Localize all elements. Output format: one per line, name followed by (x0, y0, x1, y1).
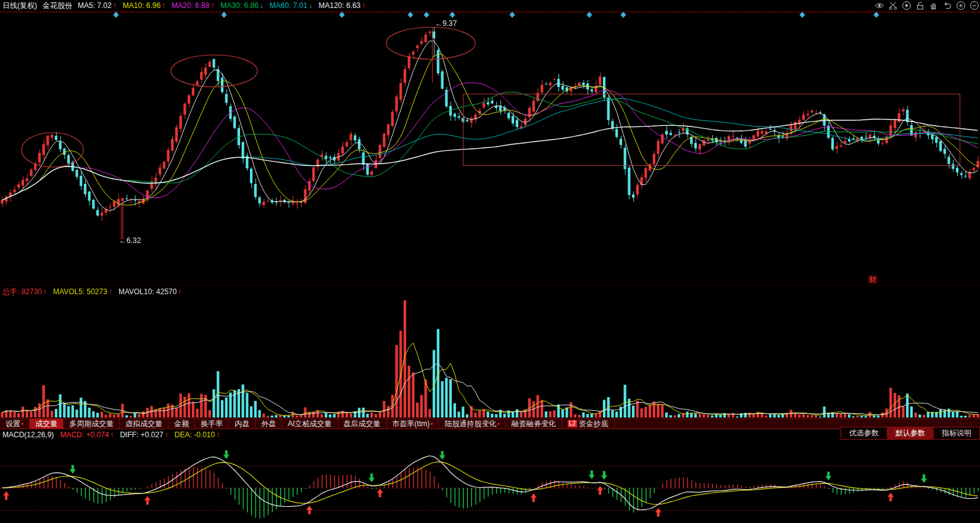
hand-icon[interactable] (929, 1, 939, 10)
vendor-watermark: 财 (868, 275, 878, 284)
macd-readout: MACD(12,26,9) (2, 430, 54, 439)
tab-multi-period-volume[interactable]: 多周期成交量 (64, 419, 120, 429)
ma-readout: MA10: 6.96↑ (123, 1, 165, 10)
tab-label: 陆股通持股变化 (444, 419, 496, 429)
zoom-out-icon[interactable] (970, 1, 979, 10)
params-button-group: 优选参数默认参数指标说明 (841, 427, 980, 440)
volume-pane[interactable] (0, 285, 980, 419)
chart-toolbar (874, 1, 980, 10)
tab-virtual-volume[interactable]: 虚拟成交量 (120, 419, 168, 429)
tab-margin-trading[interactable]: 融资融券变化 (506, 419, 562, 429)
ma-readout: MA120: 6.63↑ (318, 1, 365, 10)
trend-arrow-up-icon: ↑ (162, 1, 165, 10)
main-chart-pane[interactable] (0, 12, 980, 285)
preferred-params-button[interactable]: 优选参数 (841, 427, 887, 439)
tab-label: 虚拟成交量 (125, 419, 162, 429)
tab-fund-bottom-fishing[interactable]: L2资金抄底 (562, 419, 615, 429)
tab-label: 内盘 (235, 419, 249, 429)
trend-arrow-up-icon: ↑ (165, 430, 168, 439)
arrow-left-icon: ← (435, 19, 442, 28)
volume-readout-value: 50273 (87, 287, 107, 296)
ma-readout: MA5: 7.02↑ (78, 1, 117, 10)
top-bar: 日线(复权) 金花股份 MA5: 7.02↑MA10: 6.96↑MA20: 6… (0, 0, 980, 12)
tab-pe-ttm[interactable]: 市盈率(ttm)● (387, 419, 439, 429)
ma-readout-label: MA120: 6.63 (318, 1, 360, 10)
macd-readout-text: MACD: +0.074 (60, 430, 109, 439)
play-circle-icon[interactable] (902, 1, 911, 10)
macd-readout: DEA: -0.010↑ (175, 430, 220, 439)
undo-icon[interactable] (942, 1, 952, 10)
volume-readout-label: MAVOL10: (118, 287, 156, 296)
scissors-icon[interactable] (888, 1, 898, 10)
tab-label: 换手率 (201, 419, 223, 429)
macd-readout-text: MACD(12,26,9) (2, 430, 54, 439)
tab-label: 金额 (174, 419, 189, 429)
unlock-icon[interactable] (915, 1, 925, 10)
macd-readouts: MACD(12,26,9)MACD: +0.074↑DIFF: +0.027↑D… (0, 429, 980, 440)
default-params-button[interactable]: 默认参数 (887, 427, 933, 439)
notification-dot-icon: ● (497, 421, 499, 426)
tab-label: 外盘 (261, 419, 276, 429)
tab-label: 融资融券变化 (512, 419, 556, 429)
ma-readout: MA20: 6.88↑ (172, 1, 214, 10)
candlestick-canvas[interactable] (0, 12, 980, 285)
tab-ai-pillar-volume[interactable]: AI立桩成交量 (282, 419, 338, 429)
eye-icon[interactable] (874, 1, 884, 10)
ma-readout-label: MA5: 7.02 (78, 1, 112, 10)
volume-readout-label: MAVOL5: (53, 287, 86, 296)
ma-readout: MA30: 6.86↓ (220, 1, 263, 10)
tab-settings[interactable]: 设置● (0, 419, 30, 429)
tab-outer-volume[interactable]: 外盘 (255, 419, 282, 429)
tab-label: 市盈率(ttm) (392, 419, 430, 429)
tab-after-hours-volume[interactable]: 盘后成交量 (338, 419, 387, 429)
trend-arrow-up-icon: ↑ (113, 1, 117, 10)
volume-readout: MAVOL5: 50273↑ (53, 287, 112, 296)
macd-canvas[interactable] (0, 440, 980, 523)
stock-chart-app: 日线(复权) 金花股份 MA5: 7.02↑MA10: 6.96↑MA20: 6… (0, 0, 980, 523)
symbol-name[interactable]: 金花股份 (43, 1, 72, 11)
ma-readout-label: MA60: 7.01 (270, 1, 307, 10)
macd-pane[interactable] (0, 440, 980, 523)
tab-turnover-rate[interactable]: 换手率 (195, 419, 229, 429)
ma-readout-label: MA20: 6.88 (172, 1, 209, 10)
trough-price-label: ←6.32 (119, 236, 141, 245)
l2-badge: L2 (568, 420, 577, 427)
trend-arrow-up-icon: ↑ (109, 287, 112, 296)
arrow-left-icon: ← (119, 236, 127, 245)
tab-northbound-holdings[interactable]: 陆股通持股变化● (439, 419, 505, 429)
ma-readout-label: MA30: 6.86 (220, 1, 258, 10)
peak-price-label: ←9.37 (435, 19, 457, 28)
trend-arrow-up-icon: ↑ (210, 1, 214, 10)
tab-label: 设置 (6, 419, 20, 429)
tab-amount[interactable]: 金额 (168, 419, 195, 429)
volume-readout: 总手: 82730↑ (2, 287, 47, 297)
macd-readout-text: DIFF: +0.027 (120, 430, 163, 439)
trend-arrow-down-icon: ↓ (260, 1, 264, 10)
trend-arrow-up-icon: ↑ (43, 287, 47, 296)
notification-dot-icon: ● (430, 421, 433, 426)
tab-label: 多周期成交量 (69, 419, 114, 429)
ma-readout-label: MA10: 6.96 (123, 1, 160, 10)
trend-arrow-up-icon: ↑ (362, 1, 365, 10)
macd-readout: DIFF: +0.027↑ (120, 430, 168, 439)
macd-readout: MACD: +0.074↑ (60, 430, 114, 439)
volume-readouts: 总手: 82730↑MAVOL5: 50273↑MAVOL10: 42570↑ (2, 287, 188, 296)
trend-arrow-up-icon: ↑ (110, 430, 114, 439)
zoom-in-icon[interactable] (956, 1, 966, 10)
tab-inner-volume[interactable]: 内盘 (229, 419, 255, 429)
trend-arrow-down-icon: ↓ (309, 1, 312, 10)
volume-canvas[interactable] (0, 286, 980, 419)
volume-readout-value: 42570 (156, 287, 176, 296)
tab-volume[interactable]: 成交量 (30, 419, 64, 429)
notification-dot-icon: ● (21, 421, 23, 426)
macd-readout-text: DEA: -0.010 (175, 430, 215, 439)
tab-label: 资金抄底 (579, 419, 608, 429)
volume-readout-value: 82730 (22, 287, 42, 296)
indicator-help-button[interactable]: 指标说明 (933, 427, 979, 439)
period-label[interactable]: 日线(复权) (2, 1, 37, 11)
tab-label: 成交量 (35, 419, 57, 429)
trend-arrow-up-icon: ↑ (216, 430, 220, 439)
tab-label: 盘后成交量 (344, 419, 381, 429)
volume-readout: MAVOL10: 42570↑ (118, 287, 182, 296)
ma-readouts: MA5: 7.02↑MA10: 6.96↑MA20: 6.88↑MA30: 6.… (78, 1, 372, 10)
